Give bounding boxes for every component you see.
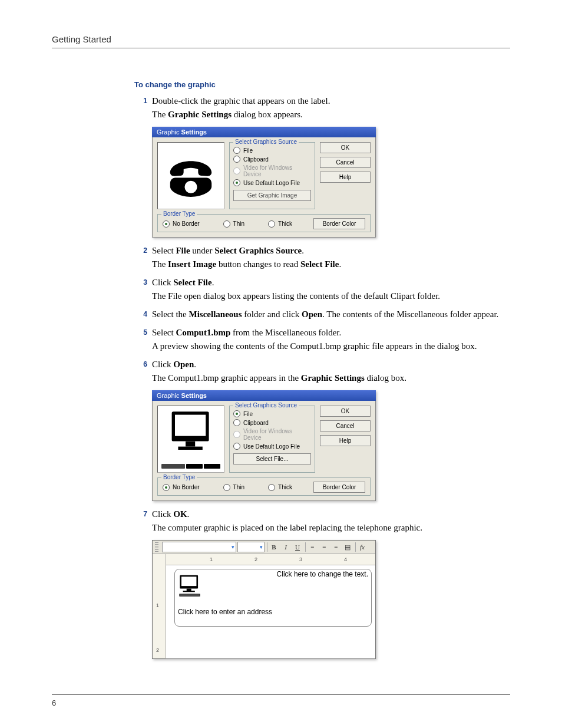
svg-rect-6: [187, 589, 191, 591]
label-address-placeholder[interactable]: Click here to enter an address: [178, 608, 272, 616]
horizontal-ruler: 1 2 3 4: [166, 554, 375, 565]
page-number: 6: [52, 699, 56, 707]
radio-clipboard[interactable]: Clipboard: [233, 419, 311, 426]
section-heading: To change the graphic: [134, 80, 510, 89]
radio-thick[interactable]: Thick: [268, 220, 292, 228]
step-6: 6 Click Open. The Comput1.bmp graphic ap…: [134, 358, 510, 386]
radio-no-border[interactable]: No Border: [163, 484, 200, 491]
label-text-placeholder[interactable]: Click here to change the text.: [277, 570, 368, 578]
svg-rect-2: [186, 442, 195, 447]
radio-default-logo[interactable]: Use Default Logo File: [233, 443, 311, 450]
radio-file[interactable]: File: [233, 410, 311, 417]
editor-toolbar: ▾ ▾ B I U ≡ ≡ ≡ ▤ fx: [153, 541, 375, 554]
radio-thin[interactable]: Thin: [223, 220, 244, 228]
align-center-icon: ≡: [322, 543, 326, 551]
graphic-preview: [157, 142, 224, 209]
svg-rect-3: [178, 447, 202, 450]
step-number: 4: [134, 308, 152, 322]
step-5: 5 Select Comput1.bmp from the Miscellane…: [134, 327, 510, 354]
label-editor: ▾ ▾ B I U ≡ ≡ ≡ ▤ fx 1 2 1 2: [152, 540, 376, 659]
border-type-group: Border Type No Border Thin Thick Border …: [157, 477, 371, 496]
svg-rect-5: [181, 577, 197, 586]
select-graphics-source-group: Select Graphics Source File Clipboard Vi…: [229, 406, 315, 473]
step-2: 2 Select File under Select Graphics Sour…: [134, 245, 510, 272]
dialog-titlebar: Graphic Settings: [152, 127, 376, 137]
step-number: 5: [134, 327, 152, 354]
step-text: The Graphic Settings dialog box appears.: [152, 108, 510, 121]
group-label: Select Graphics Source: [233, 402, 299, 409]
step-text: Double-click the graphic that appears on…: [152, 95, 510, 107]
step-number: 2: [134, 245, 152, 272]
step-3: 3 Click Select File. The File open dialo…: [134, 276, 510, 304]
cancel-button[interactable]: Cancel: [320, 157, 371, 168]
svg-rect-9: [180, 594, 199, 596]
align-center-button[interactable]: ≡: [319, 542, 329, 552]
bold-button[interactable]: B: [267, 542, 279, 552]
underline-button[interactable]: U: [292, 542, 303, 552]
font-size-combo[interactable]: ▾: [237, 542, 265, 552]
keyboard-icon: [161, 464, 220, 471]
justify-button[interactable]: ▤: [342, 542, 353, 552]
graphic-settings-dialog-2: Graphic Settings: [152, 390, 376, 501]
step-7: 7 Click OK. The computer graphic is plac…: [134, 508, 510, 535]
cancel-button[interactable]: Cancel: [320, 420, 371, 431]
step-4: 4 Select the Miscellaneous folder and cl…: [134, 308, 510, 322]
italic-button[interactable]: I: [280, 542, 291, 552]
computer-icon[interactable]: [177, 574, 203, 599]
insert-field-button[interactable]: fx: [355, 542, 368, 552]
border-type-group: Border Type No Border Thin Thick Border …: [157, 214, 371, 232]
label-canvas[interactable]: Click here to change the text. Click her…: [166, 565, 375, 658]
graphic-settings-dialog-1: Graphic Settings Select Graphics Source …: [152, 127, 376, 238]
step-number: 6: [134, 358, 152, 386]
step-number: 1: [134, 95, 152, 122]
svg-rect-1: [175, 415, 206, 436]
radio-thick[interactable]: Thick: [268, 484, 292, 491]
help-button[interactable]: Help: [320, 435, 371, 446]
radio-default-logo[interactable]: Use Default Logo File: [233, 179, 311, 186]
ok-button[interactable]: OK: [320, 406, 371, 417]
align-right-icon: ≡: [334, 543, 338, 551]
group-label: Select Graphics Source: [233, 139, 299, 145]
page-footer: 6: [52, 694, 510, 707]
vertical-ruler: 1 2: [153, 554, 166, 658]
dialog-titlebar: Graphic Settings: [152, 390, 376, 401]
computer-icon: [164, 407, 217, 462]
toolbar-grip-icon: [155, 542, 158, 552]
border-color-button[interactable]: Border Color: [313, 218, 365, 229]
align-left-icon: ≡: [310, 543, 314, 551]
graphic-preview: [157, 406, 224, 473]
step-number: 3: [134, 276, 152, 304]
chevron-down-icon: ▾: [260, 544, 263, 550]
help-button[interactable]: Help: [320, 172, 371, 183]
telephone-icon: [165, 149, 217, 202]
ok-button[interactable]: OK: [320, 142, 371, 153]
align-left-button[interactable]: ≡: [305, 542, 318, 552]
radio-video: Video for Windows Device: [233, 428, 311, 441]
radio-clipboard[interactable]: Clipboard: [233, 156, 311, 163]
svg-rect-7: [183, 591, 195, 592]
group-label: Border Type: [161, 474, 197, 480]
step-number: 7: [134, 508, 152, 535]
select-graphics-source-group: Select Graphics Source File Clipboard Vi…: [229, 142, 315, 209]
radio-no-border[interactable]: No Border: [163, 220, 200, 228]
running-header: Getting Started: [52, 34, 510, 48]
group-label: Border Type: [161, 210, 197, 217]
radio-video: Video for Windows Device: [233, 164, 311, 177]
font-family-combo[interactable]: ▾: [162, 542, 236, 552]
radio-thin[interactable]: Thin: [223, 484, 244, 491]
justify-icon: ▤: [345, 543, 351, 551]
select-file-button[interactable]: Select File...: [233, 453, 311, 465]
chevron-down-icon: ▾: [232, 544, 234, 550]
get-graphic-image-button[interactable]: Get Graphic Image: [233, 190, 311, 201]
align-right-button[interactable]: ≡: [330, 542, 341, 552]
step-1: 1 Double-click the graphic that appears …: [134, 95, 510, 122]
radio-file[interactable]: File: [233, 147, 311, 154]
border-color-button[interactable]: Border Color: [313, 482, 365, 493]
